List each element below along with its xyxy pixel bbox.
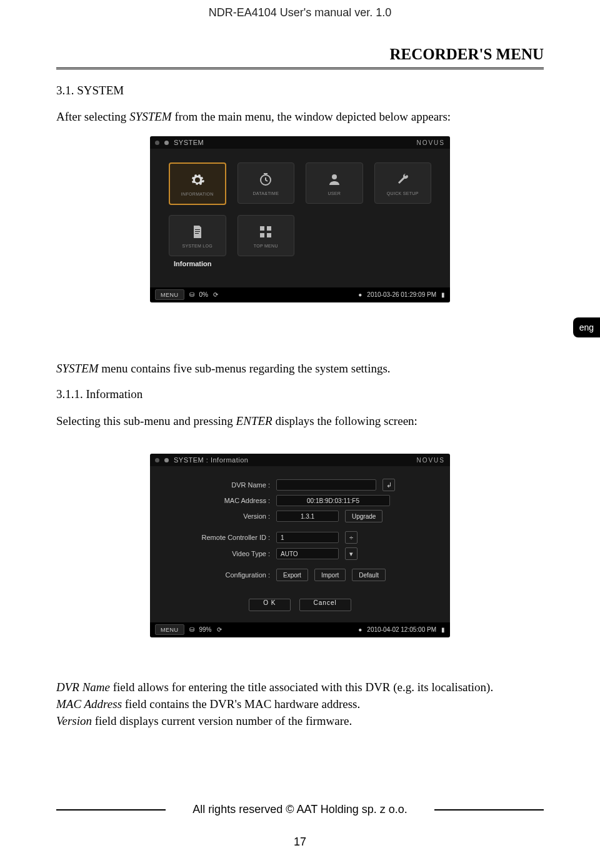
- label-config: Configuration :: [158, 571, 270, 579]
- battery-icon: ▮: [441, 291, 445, 298]
- menu-item-datetime[interactable]: DATA&TIME: [238, 162, 295, 204]
- paragraph: SYSTEM menu contains five sub-menus rega…: [56, 360, 544, 377]
- battery-icon: ▮: [441, 626, 445, 633]
- page-number: 17: [0, 836, 600, 849]
- text: field displays current version number of…: [95, 714, 352, 727]
- menu-button[interactable]: MENU: [155, 289, 184, 300]
- heading-3-1: 3.1. SYSTEM: [56, 84, 124, 97]
- label-remote-id: Remote Controller ID :: [158, 534, 270, 541]
- term-dvr-name: DVR Name: [56, 681, 110, 694]
- menu-label: DATA&TIME: [252, 191, 279, 196]
- term-mac: MAC Address: [56, 697, 122, 711]
- status-datetime: 2010-04-02 12:05:00 PM: [367, 626, 436, 633]
- brand-logo: NOVUS: [416, 457, 445, 464]
- breadcrumb: SYSTEM: [174, 139, 204, 146]
- svg-rect-5: [267, 233, 271, 237]
- default-button[interactable]: Default: [352, 569, 386, 581]
- menu-label: INFORMATION: [181, 192, 214, 196]
- text: field contains the DVR's MAC hardware ad…: [125, 697, 360, 711]
- clock-icon: [258, 171, 274, 187]
- status-bar: MENU ⛁ 99% ⟳ ● 2010-04-02 12:05:00 PM ▮: [150, 622, 450, 637]
- status-bar: MENU ⛁ 0% ⟳ ● 2010-03-26 01:29:09 PM ▮: [150, 287, 450, 302]
- dvr-name-input[interactable]: [276, 479, 376, 491]
- menu-item-topmenu[interactable]: TOP MENU: [238, 215, 295, 256]
- footer-text: All rights reserved © AAT Holding sp. z …: [0, 803, 600, 816]
- cancel-button[interactable]: Cancel: [299, 599, 351, 611]
- video-type-select[interactable]: AUTO: [276, 548, 339, 559]
- section-title: RECORDER'S MENU: [389, 46, 544, 63]
- refresh-icon: ⟳: [217, 626, 222, 633]
- term-system: SYSTEM: [56, 362, 99, 375]
- text: After selecting: [56, 110, 129, 123]
- term-version: Version: [56, 714, 92, 727]
- menu-label: SYSTEM LOG: [182, 244, 212, 248]
- dot-icon: [164, 141, 169, 145]
- label-video-type: Video Type :: [158, 550, 270, 557]
- brand-logo: NOVUS: [416, 139, 445, 146]
- mac-value: 00:1B:9D:03:11:F5: [276, 495, 390, 506]
- disk-icon: ⛁: [189, 291, 194, 298]
- rec-icon: ●: [358, 626, 362, 633]
- chevron-down-icon[interactable]: ▾: [345, 547, 358, 560]
- menu-item-systemlog[interactable]: SYSTEM LOG: [169, 215, 226, 256]
- ok-button[interactable]: O K: [249, 599, 290, 611]
- wrench-icon: [394, 171, 411, 187]
- version-value: 1.3.1: [276, 511, 339, 522]
- breadcrumb: SYSTEM : Information: [174, 456, 248, 464]
- dot-icon: [155, 141, 159, 145]
- heading-3-1-1: 3.1.1. Information: [56, 387, 142, 401]
- text: field allows for entering the title asso…: [113, 681, 493, 694]
- svg-rect-3: [267, 226, 271, 231]
- disk-pct: 99%: [199, 626, 212, 633]
- language-tab[interactable]: eng: [573, 317, 600, 337]
- enter-icon[interactable]: ↲: [382, 479, 395, 491]
- rec-icon: ●: [358, 291, 362, 298]
- dot-icon: [155, 458, 159, 462]
- selected-caption: Information: [158, 256, 442, 267]
- export-button[interactable]: Export: [276, 569, 308, 581]
- grid-icon: [258, 224, 274, 240]
- dvr-titlebar: SYSTEM NOVUS: [150, 136, 450, 149]
- dvr-titlebar: SYSTEM : Information NOVUS: [150, 454, 450, 466]
- user-icon: [326, 171, 342, 187]
- screenshot-information: SYSTEM : Information NOVUS DVR Name : ↲ …: [150, 454, 450, 637]
- menu-label: TOP MENU: [254, 244, 278, 248]
- text: menu contains five sub-menus regarding t…: [101, 362, 390, 375]
- svg-rect-2: [260, 226, 264, 231]
- menu-item-quicksetup[interactable]: QUICK SETUP: [374, 162, 432, 204]
- blank: [306, 215, 363, 255]
- paragraph: After selecting SYSTEM from the main men…: [56, 108, 544, 126]
- label-dvr-name: DVR Name :: [158, 481, 270, 489]
- menu-item-information[interactable]: INFORMATION: [169, 162, 226, 205]
- svg-point-1: [332, 174, 337, 179]
- menu-label: USER: [328, 191, 341, 196]
- paragraph: DVR Name field allows for entering the t…: [56, 679, 544, 729]
- gear-icon: [189, 172, 206, 188]
- disk-icon: ⛁: [189, 626, 194, 633]
- term-system: SYSTEM: [129, 110, 172, 123]
- paragraph: Selecting this sub-menu and pressing ENT…: [56, 412, 544, 429]
- svg-rect-4: [260, 233, 264, 237]
- refresh-icon: ⟳: [213, 291, 218, 298]
- blank: [374, 215, 432, 255]
- menu-item-user[interactable]: USER: [306, 162, 363, 204]
- import-button[interactable]: Import: [314, 569, 346, 581]
- divider: [56, 67, 544, 69]
- document-icon: [189, 224, 206, 240]
- upgrade-button[interactable]: Upgrade: [345, 510, 382, 522]
- stepper-icon[interactable]: ÷: [345, 531, 358, 544]
- menu-button[interactable]: MENU: [155, 624, 184, 635]
- label-version: Version :: [158, 512, 270, 520]
- doc-header: NDR-EA4104 User's manual ver. 1.0: [0, 6, 600, 19]
- menu-label: QUICK SETUP: [387, 191, 419, 196]
- term-enter: ENTER: [236, 414, 272, 427]
- disk-pct: 0%: [199, 291, 208, 298]
- label-mac: MAC Address :: [158, 497, 270, 504]
- dot-icon: [164, 458, 169, 462]
- remote-id-input[interactable]: [276, 532, 339, 543]
- status-datetime: 2010-03-26 01:29:09 PM: [367, 291, 436, 298]
- screenshot-system-menu: SYSTEM NOVUS INFORMATION DATA&TIME USER: [150, 136, 450, 302]
- text: Selecting this sub-menu and pressing: [56, 414, 236, 427]
- text: displays the following screen:: [275, 414, 417, 427]
- text: from the main menu, the window depicted …: [174, 110, 451, 123]
